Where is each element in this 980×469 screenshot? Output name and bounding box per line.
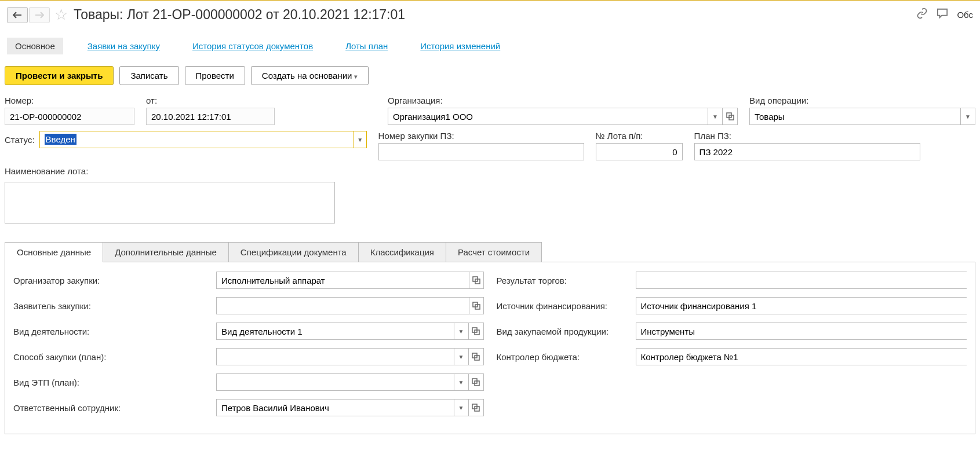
responsible-expand-icon[interactable] <box>469 399 484 416</box>
main-data-panel: Организатор закупки: Заявитель закупки: … <box>5 262 975 434</box>
lot-no-field[interactable] <box>596 143 683 160</box>
post-button[interactable]: Провести <box>185 66 245 85</box>
lot-name-label: Наименование лота: <box>5 166 88 176</box>
page-title: Товары: Лот 21-ОР-000000002 от 20.10.202… <box>74 7 916 23</box>
responsible-field[interactable] <box>216 399 454 416</box>
product-type-label: Вид закупаемой продукции: <box>497 327 630 336</box>
purchase-method-field[interactable] <box>216 348 454 365</box>
applicant-label: Заявитель закупки: <box>13 301 210 311</box>
org-expand-icon[interactable] <box>723 108 738 125</box>
responsible-label: Ответственный сотрудник: <box>13 403 210 413</box>
tab-classification[interactable]: Классификация <box>358 242 446 262</box>
purchase-no-field[interactable] <box>378 143 584 160</box>
purchase-method-label: Способ закупки (план): <box>13 352 210 362</box>
optype-dropdown-icon[interactable]: ▼ <box>960 108 975 125</box>
org-dropdown-icon[interactable]: ▼ <box>708 108 723 125</box>
lot-name-field[interactable] <box>5 182 335 223</box>
status-dropdown-icon[interactable]: ▼ <box>354 131 366 148</box>
nav-tab-change-history[interactable]: История изменений <box>412 38 508 54</box>
etp-type-dropdown-icon[interactable]: ▼ <box>454 373 469 391</box>
tab-main-data[interactable]: Основные данные <box>5 242 103 262</box>
create-based-button[interactable]: Создать на основании <box>251 66 369 85</box>
optype-label: Вид операции: <box>749 96 975 105</box>
activity-dropdown-icon[interactable]: ▼ <box>454 323 469 340</box>
nav-tab-requests[interactable]: Заявки на закупку <box>79 38 168 54</box>
budget-controller-field[interactable] <box>636 348 967 365</box>
purchase-method-expand-icon[interactable] <box>469 348 484 365</box>
organizer-field[interactable] <box>216 272 469 289</box>
detail-tabs: Основные данные Дополнительные данные Сп… <box>5 242 975 262</box>
applicant-field[interactable] <box>216 297 469 314</box>
responsible-dropdown-icon[interactable]: ▼ <box>454 399 469 416</box>
tab-cost-calc[interactable]: Расчет стоимости <box>446 242 542 262</box>
date-field[interactable] <box>146 108 275 125</box>
etp-type-field[interactable] <box>216 373 454 391</box>
chat-icon[interactable] <box>936 8 949 22</box>
bid-result-field[interactable] <box>636 272 967 289</box>
bid-result-label: Результат торгов: <box>497 276 630 285</box>
applicant-expand-icon[interactable] <box>469 297 484 314</box>
number-label: Номер: <box>5 96 134 105</box>
link-icon[interactable] <box>916 8 928 22</box>
date-label: от: <box>146 96 275 105</box>
org-label: Организация: <box>388 96 738 105</box>
status-field[interactable]: Введен <box>40 131 354 148</box>
favorite-star-icon[interactable]: ☆ <box>54 6 68 24</box>
optype-field[interactable] <box>749 108 960 125</box>
activity-label: Вид деятельности: <box>13 327 210 336</box>
activity-expand-icon[interactable] <box>469 323 484 340</box>
organizer-label: Организатор закупки: <box>13 276 210 285</box>
post-and-close-button[interactable]: Провести и закрыть <box>5 66 114 85</box>
finance-source-label: Источник финансирования: <box>497 301 630 311</box>
etp-type-expand-icon[interactable] <box>469 373 484 391</box>
nav-tab-main[interactable]: Основное <box>7 38 63 54</box>
finance-source-field[interactable] <box>636 297 967 314</box>
status-label: Статус: <box>5 135 35 145</box>
product-type-field[interactable] <box>636 323 967 340</box>
lot-no-label: № Лота п/п: <box>596 131 683 141</box>
plan-label: План ПЗ: <box>694 131 920 141</box>
organizer-expand-icon[interactable] <box>469 272 484 289</box>
tab-extra-data[interactable]: Дополнительные данные <box>103 242 229 262</box>
nav-tab-lots-plan[interactable]: Лоты план <box>337 38 396 54</box>
discuss-label[interactable]: Обс <box>957 10 973 20</box>
purchase-no-label: Номер закупки ПЗ: <box>378 131 584 141</box>
section-nav: Основное Заявки на закупку История стату… <box>0 28 980 60</box>
budget-controller-label: Контролер бюджета: <box>497 352 630 362</box>
save-button[interactable]: Записать <box>119 66 178 85</box>
org-field[interactable] <box>388 108 708 125</box>
forward-button[interactable] <box>29 7 50 23</box>
number-field[interactable] <box>5 108 134 125</box>
nav-tab-status-history[interactable]: История статусов документов <box>184 38 321 54</box>
plan-field[interactable] <box>694 143 920 160</box>
tab-specs[interactable]: Спецификации документа <box>228 242 359 262</box>
purchase-method-dropdown-icon[interactable]: ▼ <box>454 348 469 365</box>
toolbar: Провести и закрыть Записать Провести Соз… <box>0 60 980 91</box>
back-button[interactable] <box>7 7 28 23</box>
etp-type-label: Вид ЭТП (план): <box>13 378 210 387</box>
activity-field[interactable] <box>216 323 454 340</box>
